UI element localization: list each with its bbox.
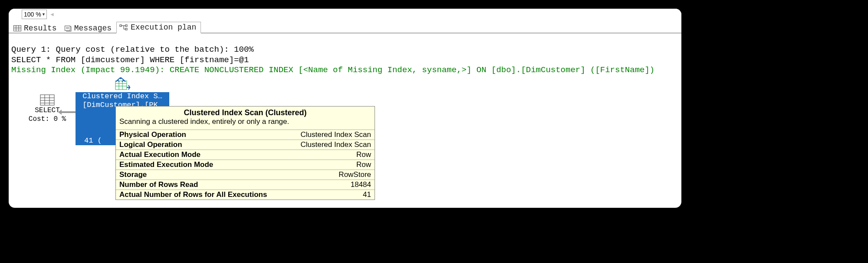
svg-rect-8 [120,25,122,27]
tooltip-properties-table: Physical OperationClustered Index Scan L… [116,130,375,200]
grid-icon [13,25,21,31]
tab-execution-plan[interactable]: Execution plan [116,22,201,33]
table-row: StorageRowStore [116,170,375,180]
op-cost: Cost: 0 % [28,115,67,123]
tab-label: Messages [74,24,112,33]
tab-label: Execution plan [131,23,196,32]
svg-rect-0 [14,26,21,31]
table-row: Logical OperationClustered Index Scan [116,140,375,150]
plan-header-text: Query 1: Query cost (relative to the bat… [9,33,681,77]
execution-plan-diagram[interactable]: SELECT Cost: 0 % [9,77,681,208]
messages-icon [65,25,72,32]
svg-rect-10 [125,28,127,30]
query-sql-line: SELECT * FROM [dimcustomer] WHERE [first… [11,55,249,65]
scroll-left-icon[interactable]: ◄ [49,11,55,17]
plan-icon [119,24,128,30]
query-cost-line: Query 1: Query cost (relative to the bat… [11,45,254,54]
plan-op-select[interactable]: SELECT Cost: 0 % [28,94,67,123]
zoom-value: 100 % [24,11,41,18]
svg-rect-5 [65,26,70,31]
svg-rect-9 [125,25,127,27]
table-row: Actual Number of Rows for All Executions… [116,190,375,200]
tooltip-desc: Scanning a clustered index, entirely or … [116,117,375,130]
table-row: Estimated Execution ModeRow [116,160,375,170]
table-icon [39,94,55,106]
tab-label: Results [24,24,57,33]
op-label: SELECT [28,106,67,115]
tab-messages[interactable]: Messages [62,23,116,33]
missing-index-hint[interactable]: Missing Index (Impact 99.1949): CREATE N… [11,65,654,75]
svg-rect-17 [115,81,127,90]
svg-rect-11 [40,95,54,105]
chevron-down-icon: ▼ [42,12,46,17]
ssms-results-pane: 100 % ▼ ◄ Results Messages Execution pla… [9,9,681,208]
clustered-index-scan-icon [114,77,131,92]
table-row: Number of Rows Read18484 [116,180,375,190]
table-row: Physical OperationClustered Index Scan [116,130,375,140]
tab-results[interactable]: Results [10,23,62,33]
table-row: Actual Execution ModeRow [116,150,375,160]
result-tabs: Results Messages Execution plan [9,21,681,33]
zoom-bar: 100 % ▼ ◄ [9,9,681,21]
operator-tooltip: Clustered Index Scan (Clustered) Scannin… [115,106,375,200]
tooltip-title: Clustered Index Scan (Clustered) [116,107,375,117]
zoom-select[interactable]: 100 % ▼ [22,10,47,19]
